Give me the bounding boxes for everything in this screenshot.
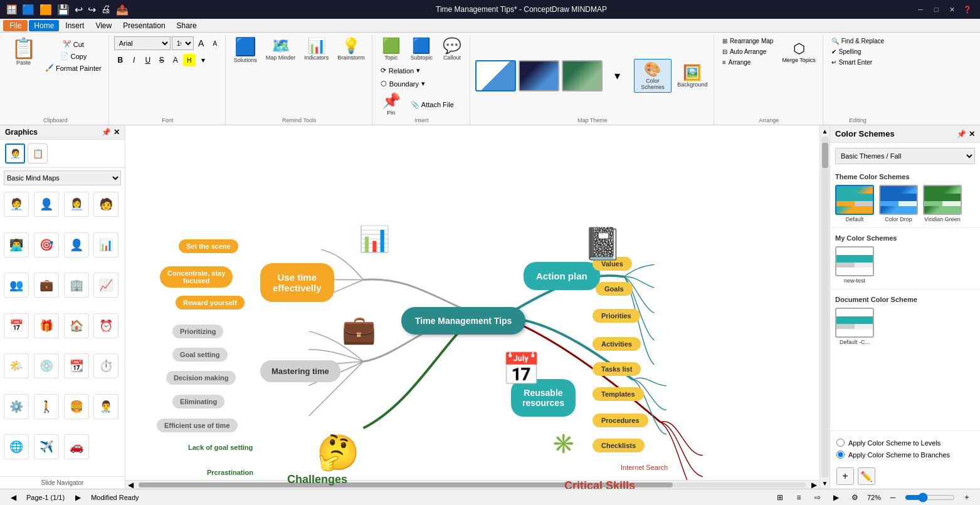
graphic-item[interactable]: 👤 (64, 232, 89, 258)
graphic-item[interactable]: ⏰ (93, 313, 119, 338)
background-button[interactable]: 🖼️ Background (675, 62, 710, 90)
graphic-item[interactable]: 🎁 (34, 313, 59, 338)
graphic-item[interactable]: 🏢 (64, 273, 89, 298)
graphic-item[interactable]: 💿 (34, 353, 59, 378)
graphic-item[interactable]: 👩‍💼 (64, 192, 89, 217)
spelling-button[interactable]: ✔ Spelling (828, 47, 865, 56)
topic-reward[interactable]: Reward yourself (176, 296, 245, 310)
minimize-button[interactable]: ─ (914, 3, 927, 16)
graphic-item[interactable]: 📊 (93, 232, 119, 258)
theme-dropdown[interactable]: Basic Themes / Fall (835, 148, 975, 164)
graphic-item[interactable]: 🌐 (4, 434, 29, 459)
topic-efficient[interactable]: Efficient use of time (157, 419, 238, 432)
scheme-viridian[interactable]: Viridian Green (923, 185, 962, 222)
play-btn[interactable]: ▶ (830, 491, 843, 504)
scheme-viridian-thumb[interactable] (923, 185, 962, 215)
doc-scheme-item[interactable]: Default -C... (835, 308, 874, 345)
topic-lack-goal[interactable]: Lack of goal setting (188, 444, 253, 451)
scheme-color-drop[interactable]: Color Drop (879, 185, 918, 222)
topic-tasks[interactable]: Tasks list (593, 362, 641, 376)
graphic-item[interactable]: 🧑 (93, 192, 119, 217)
boundary-button[interactable]: ⬡ Boundary ▾ (377, 78, 428, 89)
font-shrink-button[interactable]: A (209, 37, 221, 49)
edit-scheme-button[interactable]: ✏️ (858, 467, 875, 485)
topic-set-scene[interactable]: Set the scene (179, 239, 238, 253)
graphic-item[interactable]: 🎯 (34, 232, 59, 258)
graphic-item[interactable]: 🚶 (34, 394, 59, 419)
grid-view-btn[interactable]: ⊞ (773, 491, 787, 504)
theme-thumb-2[interactable] (519, 60, 559, 91)
topic-action-plan[interactable]: Action plan (524, 262, 600, 290)
indicators-button[interactable]: 📊 Indicators (301, 36, 332, 63)
auto-arrange-button[interactable]: ⊟ Auto Arrange (719, 47, 776, 56)
horizontal-scrollbar[interactable]: ◀ ▶ (125, 480, 819, 489)
menu-presentation[interactable]: Presentation (118, 20, 170, 31)
topic-procedures[interactable]: Procedures (593, 414, 648, 427)
arrange-button[interactable]: ≡ Arrange (719, 58, 776, 67)
scroll-left-btn[interactable]: ◀ (125, 481, 136, 489)
scroll-right-btn[interactable]: ▶ (809, 481, 819, 489)
topic-eliminating[interactable]: Eliminating (172, 395, 224, 409)
zoom-slider[interactable] (905, 495, 955, 500)
graphic-item[interactable]: ⚙️ (4, 394, 29, 419)
smart-enter-button[interactable]: ↵ Smart Enter (828, 58, 875, 67)
panel-pin-icon[interactable]: 📌 (957, 130, 966, 138)
theme-thumb-1[interactable] (475, 60, 516, 91)
graphic-item[interactable]: 📈 (93, 273, 119, 298)
cut-button[interactable]: ✂️ Cut (42, 39, 105, 49)
format-extra[interactable]: ▾ (197, 54, 209, 66)
mindmap-canvas[interactable]: Time Management Tips Use timeeffectivell… (125, 125, 819, 489)
graphic-item[interactable]: 👥 (4, 273, 29, 298)
my-scheme-item[interactable]: new-test (835, 246, 874, 284)
help-button[interactable]: ❓ (961, 3, 974, 16)
graphic-item[interactable]: 👨‍⚕️ (93, 394, 119, 419)
graphic-item[interactable]: 👨‍💻 (4, 232, 29, 258)
add-scheme-button[interactable]: + (836, 467, 854, 485)
vertical-scrollbar[interactable]: ▲ ▼ (819, 125, 830, 489)
doc-scheme-thumb[interactable] (835, 308, 874, 338)
panel-icon-2[interactable]: 📋 (28, 143, 48, 164)
graphic-item[interactable]: 🏠 (64, 313, 89, 338)
menu-file[interactable]: File (3, 20, 28, 31)
highlight-button[interactable]: H (183, 54, 196, 66)
font-family-select[interactable]: Arial Times New Roman (114, 36, 171, 50)
menu-view[interactable]: View (90, 20, 117, 31)
graphic-item[interactable]: 🚗 (64, 434, 89, 459)
bold-button[interactable]: B (114, 54, 127, 66)
topic-use-time[interactable]: Use timeeffectivelly (260, 263, 334, 302)
merge-topics-button[interactable]: ⬡ Merge Topics (779, 39, 818, 65)
graphic-item[interactable]: 📆 (64, 353, 89, 378)
topic-checklists[interactable]: Checklists (593, 439, 645, 452)
share-btn[interactable]: ⇨ (811, 491, 825, 504)
panel-close-icon[interactable]: ✕ (113, 128, 120, 137)
panel-icon-1[interactable]: 🧑‍💼 (5, 143, 25, 164)
relation-button[interactable]: ⟳ Relation ▾ (377, 65, 423, 76)
maximize-button[interactable]: □ (930, 3, 942, 16)
topic-button[interactable]: 🟩 Topic (377, 36, 405, 63)
topic-goals[interactable]: Goals (596, 282, 633, 296)
paste-button[interactable]: 📋 Paste (6, 36, 41, 68)
font-grow-button[interactable]: A (195, 37, 208, 49)
next-page-btn[interactable]: ▶ (71, 491, 85, 504)
panel-pin-icon[interactable]: 📌 (102, 128, 111, 137)
scheme-drop-thumb[interactable] (879, 185, 918, 215)
prev-page-btn[interactable]: ◀ (6, 491, 20, 504)
theme-thumb-3[interactable] (562, 60, 603, 91)
menu-share[interactable]: Share (172, 20, 202, 31)
topic-templates[interactable]: Templates (593, 387, 644, 401)
graphic-item[interactable]: 💼 (34, 273, 59, 298)
scroll-up-btn[interactable]: ▲ (821, 127, 830, 135)
topic-procrastination[interactable]: Prcrastination (207, 469, 253, 476)
topic-activities[interactable]: Activities (593, 337, 641, 351)
attach-file-button[interactable]: 📎 Attach File (408, 100, 457, 110)
topic-decision-making[interactable]: Decision making (166, 371, 236, 385)
font-color-button[interactable]: A (169, 54, 182, 66)
topic-critical-skills[interactable]: Critical Skills (564, 479, 635, 489)
settings-btn[interactable]: ⚙ (848, 491, 862, 504)
scheme-default-thumb[interactable] (835, 185, 874, 215)
radio-levels[interactable]: Apply Color Scheme to Levels (836, 439, 974, 447)
graphics-category-select[interactable]: Basic Mind Maps (4, 170, 121, 185)
topic-mastering-time[interactable]: Mastering time (260, 360, 340, 382)
menu-insert[interactable]: Insert (60, 20, 89, 31)
pin-button[interactable]: 📌 Pin (377, 91, 405, 118)
